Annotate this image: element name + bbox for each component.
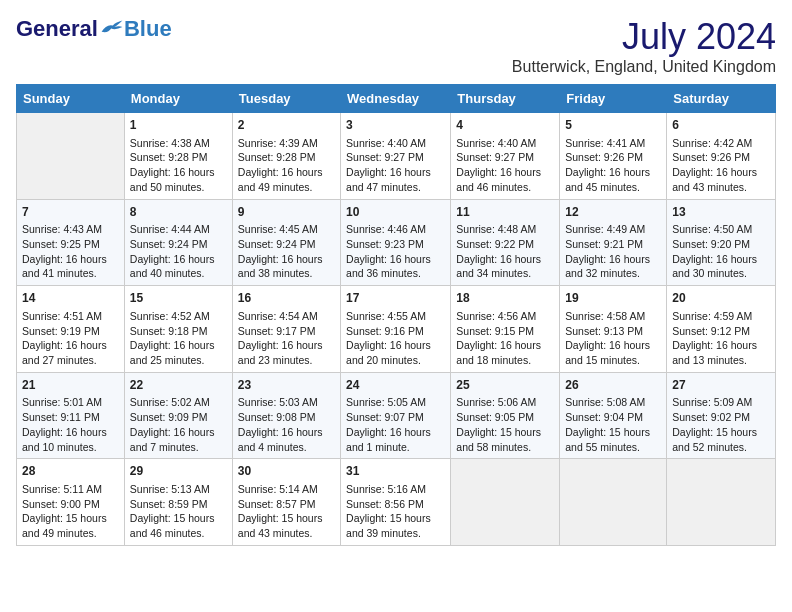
day-number: 24 <box>346 377 445 394</box>
day-number: 27 <box>672 377 770 394</box>
sun-info: Sunrise: 4:40 AMSunset: 9:27 PMDaylight:… <box>456 136 554 195</box>
week-row-2: 7Sunrise: 4:43 AMSunset: 9:25 PMDaylight… <box>17 199 776 286</box>
day-number: 29 <box>130 463 227 480</box>
day-number: 21 <box>22 377 119 394</box>
sun-info: Sunrise: 4:39 AMSunset: 9:28 PMDaylight:… <box>238 136 335 195</box>
sun-info: Sunrise: 4:40 AMSunset: 9:27 PMDaylight:… <box>346 136 445 195</box>
cell-week2-day7: 13Sunrise: 4:50 AMSunset: 9:20 PMDayligh… <box>667 199 776 286</box>
sun-info: Sunrise: 5:14 AMSunset: 8:57 PMDaylight:… <box>238 482 335 541</box>
logo-bird-icon <box>100 17 124 37</box>
day-number: 16 <box>238 290 335 307</box>
sun-info: Sunrise: 5:02 AMSunset: 9:09 PMDaylight:… <box>130 395 227 454</box>
cell-week3-day7: 20Sunrise: 4:59 AMSunset: 9:12 PMDayligh… <box>667 286 776 373</box>
cell-week2-day6: 12Sunrise: 4:49 AMSunset: 9:21 PMDayligh… <box>560 199 667 286</box>
sun-info: Sunrise: 5:13 AMSunset: 8:59 PMDaylight:… <box>130 482 227 541</box>
sun-info: Sunrise: 5:06 AMSunset: 9:05 PMDaylight:… <box>456 395 554 454</box>
sun-info: Sunrise: 4:49 AMSunset: 9:21 PMDaylight:… <box>565 222 661 281</box>
day-number: 26 <box>565 377 661 394</box>
week-row-1: 1Sunrise: 4:38 AMSunset: 9:28 PMDaylight… <box>17 113 776 200</box>
sun-info: Sunrise: 4:52 AMSunset: 9:18 PMDaylight:… <box>130 309 227 368</box>
day-number: 28 <box>22 463 119 480</box>
cell-week3-day1: 14Sunrise: 4:51 AMSunset: 9:19 PMDayligh… <box>17 286 125 373</box>
cell-week5-day1: 28Sunrise: 5:11 AMSunset: 9:00 PMDayligh… <box>17 459 125 546</box>
week-row-5: 28Sunrise: 5:11 AMSunset: 9:00 PMDayligh… <box>17 459 776 546</box>
cell-week1-day6: 5Sunrise: 4:41 AMSunset: 9:26 PMDaylight… <box>560 113 667 200</box>
cell-week2-day1: 7Sunrise: 4:43 AMSunset: 9:25 PMDaylight… <box>17 199 125 286</box>
cell-week4-day1: 21Sunrise: 5:01 AMSunset: 9:11 PMDayligh… <box>17 372 125 459</box>
cell-week1-day2: 1Sunrise: 4:38 AMSunset: 9:28 PMDaylight… <box>124 113 232 200</box>
cell-week1-day5: 4Sunrise: 4:40 AMSunset: 9:27 PMDaylight… <box>451 113 560 200</box>
day-number: 6 <box>672 117 770 134</box>
day-number: 30 <box>238 463 335 480</box>
cell-week2-day3: 9Sunrise: 4:45 AMSunset: 9:24 PMDaylight… <box>232 199 340 286</box>
col-saturday: Saturday <box>667 85 776 113</box>
day-number: 10 <box>346 204 445 221</box>
cell-week4-day6: 26Sunrise: 5:08 AMSunset: 9:04 PMDayligh… <box>560 372 667 459</box>
sun-info: Sunrise: 4:56 AMSunset: 9:15 PMDaylight:… <box>456 309 554 368</box>
day-number: 15 <box>130 290 227 307</box>
sun-info: Sunrise: 5:16 AMSunset: 8:56 PMDaylight:… <box>346 482 445 541</box>
calendar-body: 1Sunrise: 4:38 AMSunset: 9:28 PMDaylight… <box>17 113 776 546</box>
day-number: 8 <box>130 204 227 221</box>
sun-info: Sunrise: 4:55 AMSunset: 9:16 PMDaylight:… <box>346 309 445 368</box>
sun-info: Sunrise: 4:58 AMSunset: 9:13 PMDaylight:… <box>565 309 661 368</box>
day-number: 12 <box>565 204 661 221</box>
day-number: 2 <box>238 117 335 134</box>
cell-week1-day3: 2Sunrise: 4:39 AMSunset: 9:28 PMDaylight… <box>232 113 340 200</box>
col-sunday: Sunday <box>17 85 125 113</box>
cell-week4-day5: 25Sunrise: 5:06 AMSunset: 9:05 PMDayligh… <box>451 372 560 459</box>
location: Butterwick, England, United Kingdom <box>512 58 776 76</box>
logo-blue: Blue <box>124 16 172 42</box>
sun-info: Sunrise: 4:41 AMSunset: 9:26 PMDaylight:… <box>565 136 661 195</box>
cell-week3-day5: 18Sunrise: 4:56 AMSunset: 9:15 PMDayligh… <box>451 286 560 373</box>
day-number: 23 <box>238 377 335 394</box>
day-number: 17 <box>346 290 445 307</box>
sun-info: Sunrise: 4:51 AMSunset: 9:19 PMDaylight:… <box>22 309 119 368</box>
cell-week5-day2: 29Sunrise: 5:13 AMSunset: 8:59 PMDayligh… <box>124 459 232 546</box>
cell-week1-day1 <box>17 113 125 200</box>
calendar-header: Sunday Monday Tuesday Wednesday Thursday… <box>17 85 776 113</box>
day-number: 31 <box>346 463 445 480</box>
day-number: 19 <box>565 290 661 307</box>
sun-info: Sunrise: 4:45 AMSunset: 9:24 PMDaylight:… <box>238 222 335 281</box>
day-number: 1 <box>130 117 227 134</box>
sun-info: Sunrise: 5:01 AMSunset: 9:11 PMDaylight:… <box>22 395 119 454</box>
sun-info: Sunrise: 4:59 AMSunset: 9:12 PMDaylight:… <box>672 309 770 368</box>
col-wednesday: Wednesday <box>341 85 451 113</box>
cell-week3-day2: 15Sunrise: 4:52 AMSunset: 9:18 PMDayligh… <box>124 286 232 373</box>
cell-week5-day3: 30Sunrise: 5:14 AMSunset: 8:57 PMDayligh… <box>232 459 340 546</box>
cell-week3-day3: 16Sunrise: 4:54 AMSunset: 9:17 PMDayligh… <box>232 286 340 373</box>
cell-week2-day4: 10Sunrise: 4:46 AMSunset: 9:23 PMDayligh… <box>341 199 451 286</box>
logo-general: General <box>16 16 98 42</box>
sun-info: Sunrise: 4:54 AMSunset: 9:17 PMDaylight:… <box>238 309 335 368</box>
sun-info: Sunrise: 4:43 AMSunset: 9:25 PMDaylight:… <box>22 222 119 281</box>
day-number: 9 <box>238 204 335 221</box>
title-block: July 2024 Butterwick, England, United Ki… <box>512 16 776 76</box>
cell-week1-day4: 3Sunrise: 4:40 AMSunset: 9:27 PMDaylight… <box>341 113 451 200</box>
cell-week5-day5 <box>451 459 560 546</box>
cell-week4-day3: 23Sunrise: 5:03 AMSunset: 9:08 PMDayligh… <box>232 372 340 459</box>
day-number: 22 <box>130 377 227 394</box>
calendar-table: Sunday Monday Tuesday Wednesday Thursday… <box>16 84 776 546</box>
cell-week4-day7: 27Sunrise: 5:09 AMSunset: 9:02 PMDayligh… <box>667 372 776 459</box>
cell-week2-day5: 11Sunrise: 4:48 AMSunset: 9:22 PMDayligh… <box>451 199 560 286</box>
cell-week5-day6 <box>560 459 667 546</box>
day-number: 7 <box>22 204 119 221</box>
day-number: 14 <box>22 290 119 307</box>
day-number: 3 <box>346 117 445 134</box>
col-tuesday: Tuesday <box>232 85 340 113</box>
day-number: 20 <box>672 290 770 307</box>
col-friday: Friday <box>560 85 667 113</box>
sun-info: Sunrise: 5:08 AMSunset: 9:04 PMDaylight:… <box>565 395 661 454</box>
sun-info: Sunrise: 4:50 AMSunset: 9:20 PMDaylight:… <box>672 222 770 281</box>
day-number: 18 <box>456 290 554 307</box>
sun-info: Sunrise: 5:09 AMSunset: 9:02 PMDaylight:… <box>672 395 770 454</box>
page-header: General Blue July 2024 Butterwick, Engla… <box>16 16 776 76</box>
logo: General Blue <box>16 16 172 42</box>
header-row: Sunday Monday Tuesday Wednesday Thursday… <box>17 85 776 113</box>
day-number: 11 <box>456 204 554 221</box>
sun-info: Sunrise: 5:05 AMSunset: 9:07 PMDaylight:… <box>346 395 445 454</box>
sun-info: Sunrise: 4:44 AMSunset: 9:24 PMDaylight:… <box>130 222 227 281</box>
cell-week3-day4: 17Sunrise: 4:55 AMSunset: 9:16 PMDayligh… <box>341 286 451 373</box>
week-row-3: 14Sunrise: 4:51 AMSunset: 9:19 PMDayligh… <box>17 286 776 373</box>
